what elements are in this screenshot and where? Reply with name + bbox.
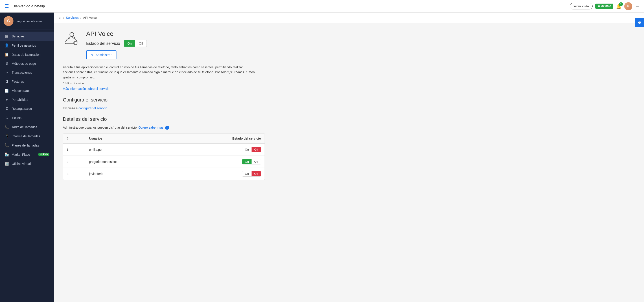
user-toggle-off[interactable]: Off: [252, 159, 261, 164]
sidebar-item-marketplace[interactable]: 🏪 Market Place NUEVO: [0, 150, 54, 159]
cell-status: OnOff: [175, 144, 264, 156]
table-row: 3javier.feriaOnOff: [63, 168, 264, 180]
col-usuarios: Usuarios: [86, 134, 175, 144]
sidebar-item-informe[interactable]: 📱 Informe de llamadas: [0, 132, 54, 141]
configurar-link[interactable]: configurar el servicio: [78, 106, 107, 110]
user-toggle-off[interactable]: Off: [252, 171, 261, 176]
sidebar-label-recarga: Recarga saldo: [12, 107, 32, 111]
cell-username: emilia.pe: [86, 144, 175, 156]
users-table: # Usuarios Estado del servicio 1emilia.p…: [63, 134, 264, 180]
service-status-row: Estado del servicio On Off: [86, 40, 314, 47]
user-toggle-on[interactable]: On: [242, 171, 252, 176]
configura-title: Configura el servicio: [63, 97, 314, 103]
sidebar-label-marketplace: Market Place: [12, 153, 30, 156]
sidebar-item-perfil[interactable]: 👤 Perfil de usuarios: [0, 41, 54, 50]
admin-btn-container: ✎ Administrar: [86, 50, 314, 59]
user-toggle-group: OnOff: [242, 147, 261, 152]
sidebar-item-oficina[interactable]: 🏢 Oficina virtual: [0, 159, 54, 168]
admin-button-label: Administrar: [96, 53, 112, 57]
breadcrumb-sep1: /: [63, 16, 64, 19]
user-toggle-on[interactable]: On: [242, 159, 252, 164]
detalles-desc: Administra que usuarios pueden disfrutar…: [63, 126, 314, 130]
sidebar-avatar: G: [4, 16, 14, 26]
contract-icon: 📄: [4, 89, 9, 93]
detalles-text: Administra que usuarios pueden disfrutar…: [63, 126, 138, 129]
sidebar: G gregorio.montesinos ▦ Servicios 👤 Perf…: [0, 12, 54, 302]
service-toggle-off[interactable]: Off: [135, 40, 146, 47]
sidebar-label-tickets: Tickets: [12, 116, 22, 120]
edit-icon: ✎: [91, 53, 94, 57]
store-icon: 🏪: [4, 152, 9, 156]
table-body: 1emilia.peOnOff2gregorio.montesinosOnOff…: [63, 144, 264, 180]
cell-username: gregorio.montesinos: [86, 156, 175, 168]
sidebar-item-recarga[interactable]: € Recarga saldo: [0, 104, 54, 113]
sidebar-item-transacciones[interactable]: ↔ Transacciones: [0, 68, 54, 77]
user-icon: 👤: [4, 43, 9, 47]
user-toggle-off[interactable]: Off: [252, 147, 261, 152]
logout-icon[interactable]: →: [635, 3, 640, 9]
sidebar-item-tarifa[interactable]: 📞 Tarifa de llamadas: [0, 122, 54, 132]
sidebar-user: G gregorio.montesinos: [0, 12, 54, 30]
sidebar-label-transacciones: Transacciones: [12, 71, 32, 74]
cell-username: javier.feria: [86, 168, 175, 180]
breadcrumb-sep2: /: [80, 16, 81, 19]
sidebar-item-facturacion[interactable]: 📋 Datos de facturación: [0, 50, 54, 59]
svg-point-0: [70, 32, 74, 36]
sidebar-label-contratos: Mis contratos: [12, 89, 30, 93]
sidebar-label-pagos: Métodos de pago: [12, 62, 36, 65]
home-icon[interactable]: ⌂: [59, 16, 62, 20]
user-toggle-on[interactable]: On: [242, 147, 252, 152]
invoice-icon: 🗒: [4, 80, 9, 84]
table-row: 2gregorio.montesinosOnOff: [63, 156, 264, 168]
service-status-label: Estado del servicio: [86, 41, 120, 46]
api-voice-icon: [63, 31, 81, 47]
admin-button[interactable]: ✎ Administrar: [86, 50, 116, 59]
mas-info-link[interactable]: Más información sobre el servicio.: [63, 87, 110, 91]
service-description: Facilita a tus aplicaciones web el contr…: [63, 65, 256, 80]
service-iva-note: * IVA no incluido.: [63, 82, 314, 85]
sidebar-label-facturacion: Datos de facturación: [12, 53, 40, 56]
sidebar-label-portabilidad: Portabilidad: [12, 98, 28, 102]
arrows-icon: ↔: [4, 71, 9, 75]
service-header: API Voice Estado del servicio On Off ✎ A…: [63, 30, 314, 59]
sidebar-item-contratos[interactable]: 📄 Mis contratos: [0, 86, 54, 95]
quiero-saber-link[interactable]: Quiero saber más: [138, 126, 163, 129]
sidebar-item-tickets[interactable]: ⊙ Tickets: [0, 113, 54, 122]
user-toggle-group: OnOff: [242, 171, 261, 176]
hamburger-icon[interactable]: ☰: [4, 3, 9, 9]
cell-num: 2: [63, 156, 86, 168]
cell-status: OnOff: [175, 168, 264, 180]
sidebar-item-pagos[interactable]: $ Métodos de pago: [0, 59, 54, 68]
users-table-container: # Usuarios Estado del servicio 1emilia.p…: [63, 133, 265, 180]
grid-icon: ▦: [4, 34, 9, 38]
detalles-title: Detalles del servicio: [63, 116, 314, 122]
sidebar-nav: ▦ Servicios 👤 Perfil de usuarios 📋 Datos…: [0, 30, 54, 302]
table-header-row: # Usuarios Estado del servicio: [63, 134, 264, 144]
layout: G gregorio.montesinos ▦ Servicios 👤 Perf…: [0, 12, 644, 302]
euro-icon: €: [4, 107, 9, 111]
breadcrumb-current: API Voice: [83, 16, 97, 19]
monitor-icon: 🖥: [598, 4, 600, 8]
user-avatar[interactable]: G: [624, 2, 632, 10]
sidebar-item-facturas[interactable]: 🗒 Facturas: [0, 77, 54, 86]
settings-fab[interactable]: ⚙: [635, 18, 644, 27]
office-icon: 🏢: [4, 161, 9, 166]
sidebar-item-portabilidad[interactable]: + Portabilidad: [0, 95, 54, 104]
col-num: #: [63, 134, 86, 144]
iniciar-visita-button[interactable]: Iniciar visita: [570, 3, 592, 9]
service-info: API Voice Estado del servicio On Off ✎ A…: [86, 30, 314, 59]
breadcrumb-servicios[interactable]: Servicios: [66, 16, 79, 19]
col-estado: Estado del servicio: [175, 134, 264, 144]
content-area: API Voice Estado del servicio On Off ✎ A…: [54, 23, 323, 187]
sidebar-item-planes[interactable]: 📞 Planes de llamadas: [0, 141, 54, 150]
table-head: # Usuarios Estado del servicio: [63, 134, 264, 144]
sidebar-label-servicios: Servicios: [12, 34, 24, 38]
sidebar-item-servicios[interactable]: ▦ Servicios: [0, 32, 54, 41]
balance-amount: 67,86 €: [601, 4, 611, 8]
sidebar-label-oficina: Oficina virtual: [12, 162, 31, 165]
sidebar-label-informe: Informe de llamadas: [12, 135, 40, 138]
topnav: ☰ Bienvenido a netelip Iniciar visita 🖥 …: [0, 0, 644, 12]
notification-bell[interactable]: 🔔 20: [616, 3, 622, 9]
service-title: API Voice: [86, 30, 314, 37]
service-toggle-on[interactable]: On: [124, 40, 135, 47]
